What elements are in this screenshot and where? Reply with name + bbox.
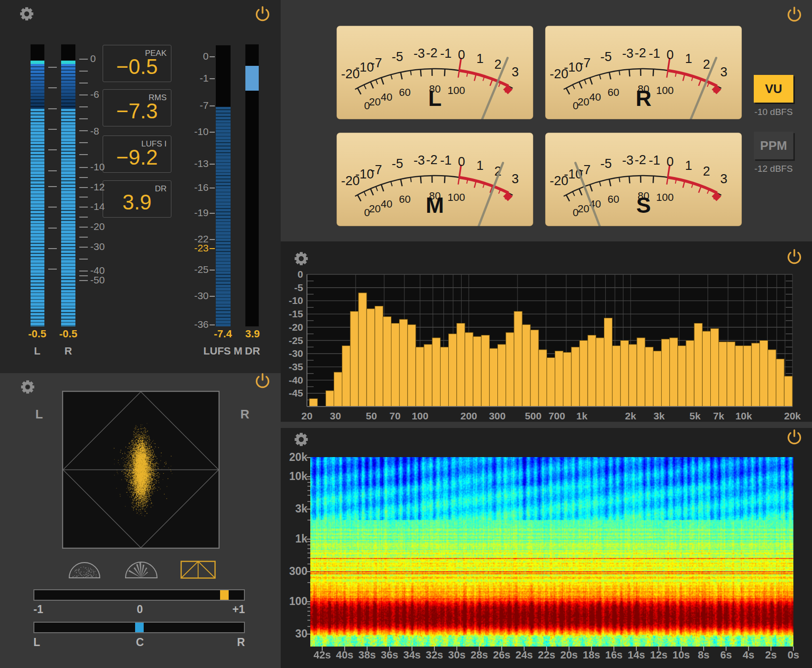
svg-text:30: 30 bbox=[330, 410, 341, 421]
gear-icon[interactable] bbox=[18, 5, 36, 23]
spectrum-bar bbox=[727, 342, 735, 407]
lufs-scale-tick bbox=[210, 213, 215, 214]
specgram-y-minor-tick bbox=[307, 582, 310, 583]
app-window: PEAK −0.5 RMS −7.3 LUFS I −9.2 DR 3.9 -0… bbox=[0, 0, 812, 668]
spectrum-bar bbox=[563, 352, 571, 407]
scale-tick bbox=[79, 247, 88, 248]
spectrum-bar bbox=[653, 351, 661, 407]
gear-icon[interactable] bbox=[292, 430, 310, 449]
vu-mode-button[interactable]: VU bbox=[754, 75, 793, 103]
gonio-mode-dome-scatter[interactable] bbox=[67, 561, 102, 579]
lufs-scale-tick bbox=[210, 248, 215, 249]
specgram-y-minor-tick bbox=[307, 520, 310, 521]
spectrum-bar bbox=[751, 343, 759, 407]
meter-bar-gradient bbox=[31, 64, 44, 109]
svg-text:5k: 5k bbox=[689, 410, 701, 421]
scale-label: -6 bbox=[90, 89, 99, 100]
correlation-handle[interactable] bbox=[220, 590, 229, 600]
readout-peak: PEAK −0.5 bbox=[103, 45, 171, 82]
spectrum-bar bbox=[604, 318, 612, 407]
svg-text:S: S bbox=[636, 193, 651, 218]
gonio-mode-dome-burst[interactable] bbox=[123, 561, 159, 579]
vu-meter-s: -20-10-7-5-3-2-10123020406080100S bbox=[545, 133, 742, 226]
specgram-x-label: 38s bbox=[359, 649, 376, 661]
specgram-y-minor-tick bbox=[307, 611, 310, 612]
specgram-y-minor-tick bbox=[307, 544, 310, 545]
svg-text:100: 100 bbox=[656, 191, 674, 203]
spectrum-bar bbox=[334, 372, 342, 407]
lufs-scale-label: -1 bbox=[200, 73, 209, 84]
spectrum-bar bbox=[465, 333, 473, 407]
svg-text:-35: -35 bbox=[289, 361, 304, 372]
lufs-m-value: -7.4 bbox=[214, 328, 232, 340]
svg-text:-5: -5 bbox=[294, 282, 303, 293]
specgram-x-label: 28s bbox=[471, 649, 488, 661]
scale-tick bbox=[48, 149, 57, 150]
lufs-scale-tick bbox=[210, 239, 215, 240]
spectrum-analyzer-chart: 0-5-10-15-20-25-30-35-40-452030507010020… bbox=[281, 241, 812, 422]
specgram-y-minor-tick bbox=[307, 541, 310, 542]
correlation-min-label: -1 bbox=[33, 603, 43, 616]
spectrogram-gap bbox=[281, 422, 812, 428]
svg-text:-5: -5 bbox=[392, 50, 403, 64]
vu-meter-l: -20-10-7-5-3-2-10123020406080100L bbox=[337, 26, 533, 119]
readout-dr: DR 3.9 bbox=[103, 180, 171, 218]
lufs-scale-tick bbox=[210, 188, 215, 188]
scale-tick bbox=[79, 187, 88, 188]
vectorscope-display bbox=[62, 391, 220, 549]
specgram-x-label: 34s bbox=[403, 649, 421, 661]
scale-tick bbox=[79, 83, 88, 84]
ppm-mode-button[interactable]: PPM bbox=[754, 132, 793, 159]
ppm-mode-sublabel: -12 dBFS bbox=[754, 164, 793, 174]
power-icon[interactable] bbox=[785, 6, 803, 24]
scale-tick bbox=[48, 87, 57, 88]
power-icon[interactable] bbox=[785, 428, 803, 447]
svg-text:100: 100 bbox=[411, 410, 428, 421]
meter-bar-fill bbox=[31, 109, 44, 326]
spectrogram-display bbox=[310, 457, 793, 647]
scale-tick bbox=[48, 67, 57, 68]
specgram-x-label: 24s bbox=[516, 649, 533, 661]
scale-tick bbox=[48, 269, 57, 270]
svg-text:100: 100 bbox=[447, 84, 465, 96]
correlation-slider[interactable] bbox=[33, 589, 245, 601]
power-icon[interactable] bbox=[253, 5, 272, 23]
lufs-scale-label: -36 bbox=[194, 319, 209, 330]
svg-text:10k: 10k bbox=[735, 410, 752, 421]
specgram-x-label: 30s bbox=[448, 649, 466, 661]
spectrum-bar bbox=[342, 346, 350, 407]
lufs-scale-label: -13 bbox=[194, 158, 209, 169]
spectrum-bar bbox=[571, 347, 580, 407]
specgram-y-minor-tick bbox=[307, 557, 310, 558]
scale-tick bbox=[48, 228, 57, 229]
meter-bar-fill bbox=[61, 109, 75, 326]
spectrum-bar bbox=[743, 346, 751, 407]
specgram-y-minor-tick bbox=[307, 620, 310, 621]
spectrum-bar bbox=[367, 309, 375, 407]
specgram-y-minor-tick bbox=[307, 553, 310, 553]
specgram-x-label: 6s bbox=[720, 649, 732, 661]
spectrum-bar bbox=[547, 358, 555, 407]
spectrum-bar bbox=[719, 342, 727, 407]
triangle-box-icon bbox=[180, 561, 216, 579]
svg-text:300: 300 bbox=[489, 410, 506, 421]
scale-tick bbox=[79, 280, 88, 281]
svg-text:20: 20 bbox=[369, 203, 380, 215]
specgram-x-label: 40s bbox=[336, 649, 354, 661]
svg-text:-7: -7 bbox=[370, 56, 382, 70]
svg-text:60: 60 bbox=[608, 86, 619, 98]
specgram-x-label: 36s bbox=[381, 649, 399, 661]
specgram-x-label: 16s bbox=[605, 649, 623, 661]
balance-handle[interactable] bbox=[135, 623, 144, 632]
gonio-mode-triangle-box[interactable] bbox=[180, 561, 216, 579]
scale-tick bbox=[79, 106, 88, 107]
svg-text:70: 70 bbox=[390, 410, 401, 421]
gear-icon[interactable] bbox=[19, 378, 37, 396]
svg-text:100: 100 bbox=[656, 84, 674, 96]
svg-text:-3: -3 bbox=[413, 153, 425, 167]
scale-tick bbox=[79, 59, 88, 60]
specgram-y-label: 10k bbox=[289, 470, 307, 482]
spectrum-bar bbox=[670, 338, 678, 407]
balance-slider[interactable] bbox=[33, 622, 245, 633]
power-icon[interactable] bbox=[253, 372, 272, 390]
